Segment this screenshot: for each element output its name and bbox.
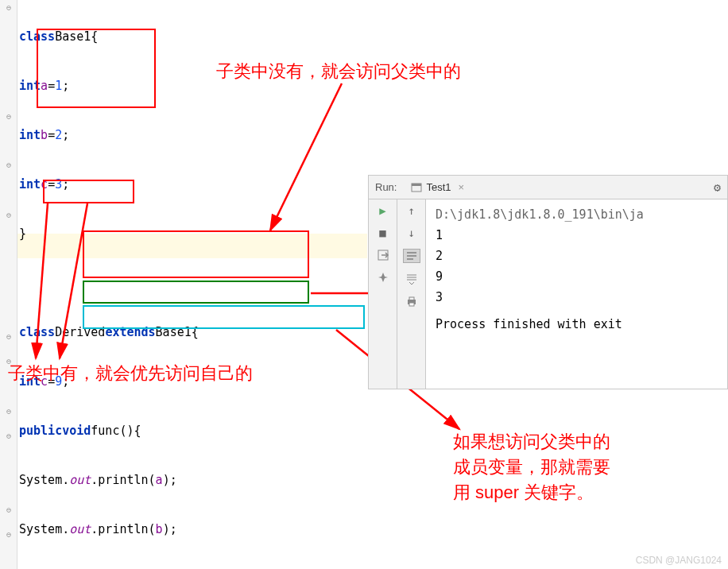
run-toolbar-left2: ↑ ↓ <box>397 199 426 389</box>
output-line: 2 <box>436 246 718 266</box>
run-icon[interactable]: ▶ <box>376 204 390 217</box>
fold-icon[interactable]: ⊖ <box>4 211 14 220</box>
down-icon[interactable]: ↓ <box>405 226 419 239</box>
run-output[interactable]: D:\jdk1.8\jdk1.8.0_191\bin\ja 1 2 9 3 Pr… <box>426 199 727 389</box>
svg-marker-14 <box>378 273 388 282</box>
fold-icon[interactable]: ⊖ <box>4 407 14 416</box>
output-line: 3 <box>436 287 718 308</box>
fold-icon[interactable]: ⊖ <box>4 112 14 122</box>
stop-icon[interactable]: ■ <box>376 226 390 239</box>
pin-icon[interactable] <box>376 271 390 284</box>
application-icon <box>411 182 422 193</box>
output-line: 9 <box>436 266 718 287</box>
annotation-box <box>37 29 156 108</box>
annotation-text: 子类中没有，就会访问父类中的 <box>216 60 461 83</box>
annotation-box <box>83 230 309 278</box>
up-icon[interactable]: ↑ <box>405 204 419 217</box>
run-panel-header: Run: Test1 × ⚙ <box>369 176 727 199</box>
scroll-icon[interactable] <box>405 273 419 285</box>
fold-icon[interactable]: ⊖ <box>4 332 14 342</box>
fold-icon[interactable]: ⊖ <box>4 161 14 170</box>
svg-line-1 <box>270 83 342 230</box>
fold-icon[interactable]: ⊖ <box>4 505 14 515</box>
fold-icon[interactable]: ⊖ <box>4 530 14 540</box>
annotation-box <box>83 305 365 329</box>
run-panel: Run: Test1 × ⚙ ▶ ■ ↑ ↓ D:\jdk1.8\jdk1.8.… <box>368 175 728 389</box>
run-label: Run: <box>375 181 397 193</box>
annotation-box <box>43 180 134 203</box>
close-icon[interactable]: × <box>459 181 465 193</box>
svg-rect-11 <box>412 184 421 186</box>
print-icon[interactable] <box>405 295 419 308</box>
fold-icon[interactable]: ⊖ <box>4 432 14 441</box>
editor-gutter: ⊖ ⊖ ⊖ ⊖ ⊖ ⊖ ⊖ ⊖ ⊖ ⊖ <box>0 0 17 569</box>
annotation-text: 如果想访问父类中的 成员变量，那就需要 用 super 关键字。 <box>453 429 610 505</box>
output-line: 1 <box>436 225 718 246</box>
svg-rect-23 <box>409 303 414 306</box>
fold-icon[interactable]: ⊖ <box>4 3 14 13</box>
output-process: Process finished with exit <box>436 314 718 335</box>
run-toolbar-left: ▶ ■ <box>369 199 397 389</box>
annotation-text: 子类中有，就会优先访问自己的 <box>8 362 253 385</box>
wrap-icon[interactable] <box>403 249 420 263</box>
exit-icon[interactable] <box>376 249 390 261</box>
run-tab[interactable]: Test1 × <box>411 181 464 193</box>
annotation-box <box>83 281 309 304</box>
watermark: CSDN @JANG1024 <box>636 555 722 566</box>
output-path: D:\jdk1.8\jdk1.8.0_191\bin\ja <box>436 204 718 225</box>
gear-icon[interactable]: ⚙ <box>714 180 721 195</box>
